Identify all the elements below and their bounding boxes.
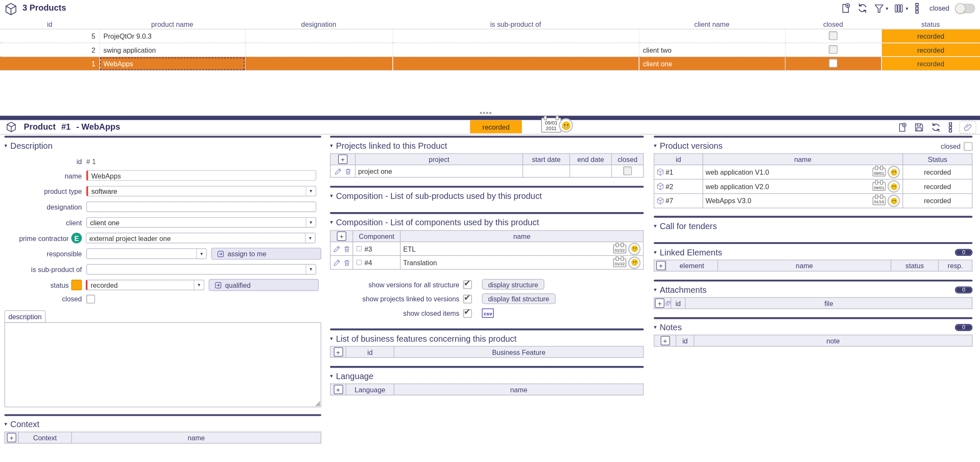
assign-to-me-button[interactable]: assign to me xyxy=(211,248,321,260)
col-header-sub-product[interactable]: is sub-product of xyxy=(392,20,639,29)
calendar-icon[interactable]: 01/15 xyxy=(873,196,886,205)
cell-project[interactable]: project one xyxy=(355,165,523,177)
mood-smiley-icon[interactable] xyxy=(628,256,640,269)
add-context-button[interactable]: + xyxy=(7,433,16,442)
refresh-icon[interactable] xyxy=(857,3,868,14)
calendar-icon[interactable]: 09/01 xyxy=(873,182,886,191)
cell-component-id[interactable]: #3 xyxy=(364,245,372,252)
description-textarea[interactable] xyxy=(4,322,321,407)
calendar-icon[interactable]: 01/22 xyxy=(613,244,626,253)
collapse-icon[interactable]: ▾ xyxy=(330,143,333,149)
mood-smiley-icon[interactable] xyxy=(887,166,900,178)
closed-checkbox[interactable] xyxy=(623,166,632,175)
table-row[interactable]: #7 WebApps V3.0 01/15 recorded xyxy=(654,194,972,208)
filter-icon[interactable]: ▾ xyxy=(874,3,888,14)
calendar-icon[interactable]: 01/22 xyxy=(613,258,626,267)
collapse-icon[interactable]: ▾ xyxy=(330,374,333,379)
add-attachment-button[interactable]: + xyxy=(655,298,665,308)
collapse-icon[interactable]: ▾ xyxy=(4,422,7,427)
collapse-icon[interactable]: ▾ xyxy=(330,193,333,199)
cell-version-id[interactable]: #7 xyxy=(666,197,673,205)
add-project-link-button[interactable]: + xyxy=(338,155,347,164)
resize-handle[interactable] xyxy=(315,401,320,406)
prime-contractor-select[interactable]: external project leader one ▾ xyxy=(86,233,316,244)
cell-component-id[interactable]: #4 xyxy=(364,259,372,266)
closed-checkbox[interactable] xyxy=(829,45,838,54)
link-icon[interactable] xyxy=(665,300,671,306)
columns-icon[interactable]: ▾ xyxy=(894,3,908,14)
cell-sub-product[interactable] xyxy=(392,43,639,57)
collapse-icon[interactable]: ▾ xyxy=(654,223,657,229)
cell-product-name[interactable]: WebApps xyxy=(99,57,245,70)
show-closed-checkbox[interactable] xyxy=(463,309,472,317)
mood-smiley-icon[interactable] xyxy=(887,180,900,193)
cell-component-name[interactable]: ETL xyxy=(403,245,611,252)
cell-product-name[interactable]: swing application xyxy=(99,43,245,57)
col-header-client-name[interactable]: client name xyxy=(639,20,785,29)
attachment-dropzone[interactable] xyxy=(959,121,976,134)
display-structure-button[interactable]: display structure xyxy=(482,279,544,289)
edit-icon[interactable] xyxy=(333,259,341,266)
closed-checkbox[interactable] xyxy=(829,59,838,68)
avatar[interactable]: E xyxy=(71,233,82,244)
responsible-select[interactable]: ▾ xyxy=(86,248,207,259)
col-header-closed[interactable]: closed xyxy=(785,20,881,29)
cell-id[interactable]: 5 xyxy=(0,29,99,43)
add-note-button[interactable]: + xyxy=(660,336,670,345)
cell-version-name[interactable]: WebApps V3.0 xyxy=(706,197,871,205)
refresh-icon[interactable] xyxy=(931,122,941,133)
qualified-button[interactable]: qualified xyxy=(209,279,319,291)
delete-icon[interactable] xyxy=(344,167,352,175)
collapse-icon[interactable]: ▾ xyxy=(654,143,657,149)
col-header-status[interactable]: status xyxy=(881,20,980,29)
display-flat-structure-button[interactable]: display flat structure xyxy=(482,293,555,304)
cell-version-id[interactable]: #1 xyxy=(666,168,673,176)
closed-checkbox[interactable] xyxy=(829,31,838,40)
save-icon[interactable] xyxy=(914,122,924,133)
cell-designation[interactable] xyxy=(245,57,392,70)
mood-smiley-icon[interactable] xyxy=(628,242,640,255)
cell-component-name[interactable]: Translation xyxy=(403,259,611,266)
cell-client[interactable] xyxy=(639,29,785,43)
more-menu-icon[interactable] xyxy=(914,3,920,14)
cell-version-name[interactable]: web application V2.0 xyxy=(706,183,871,190)
table-row[interactable]: #2 web application V2.0 09/01 recorded xyxy=(654,179,972,194)
tab-description[interactable]: description xyxy=(4,310,45,323)
mood-smiley-icon[interactable] xyxy=(559,118,573,133)
add-business-feature-button[interactable]: + xyxy=(333,347,343,357)
cell-sub-product[interactable] xyxy=(392,29,639,43)
status-date-calendar-icon[interactable]: 09/01 2011 xyxy=(541,118,561,133)
cell-sub-product[interactable] xyxy=(392,57,639,70)
cell-id[interactable]: 1 xyxy=(0,57,99,70)
col-header-designation[interactable]: designation xyxy=(245,20,392,29)
closed-checkbox[interactable] xyxy=(86,295,95,303)
add-language-button[interactable]: + xyxy=(333,385,343,394)
collapse-icon[interactable]: ▾ xyxy=(330,336,333,341)
delete-icon[interactable] xyxy=(343,245,350,252)
cell-designation[interactable] xyxy=(245,43,392,57)
name-field[interactable]: WebApps xyxy=(86,170,316,181)
cell-designation[interactable] xyxy=(245,29,392,43)
collapse-icon[interactable]: ▾ xyxy=(330,220,333,225)
collapse-icon[interactable]: ▾ xyxy=(654,249,657,255)
designation-field[interactable] xyxy=(86,201,316,212)
cell-version-id[interactable]: #2 xyxy=(666,183,673,190)
collapse-icon[interactable]: ▾ xyxy=(4,143,7,149)
cell-client[interactable]: client two xyxy=(639,43,785,57)
panel-resize-grip[interactable] xyxy=(480,112,491,113)
product-type-select[interactable]: software ▾ xyxy=(86,186,316,196)
show-projects-checkbox[interactable] xyxy=(463,295,472,303)
status-select[interactable]: recorded ▾ xyxy=(86,280,205,290)
more-menu-icon[interactable] xyxy=(947,122,953,133)
delete-icon[interactable] xyxy=(343,259,350,266)
edit-icon[interactable] xyxy=(334,167,342,175)
table-row[interactable]: #1 web application V1.0 09/01 recorded xyxy=(654,165,972,179)
cell-product-name[interactable]: ProjeQtOr 9.0.3 xyxy=(99,29,245,43)
edit-icon[interactable] xyxy=(333,245,341,252)
table-row-selected[interactable]: 1 WebApps client one recorded xyxy=(0,57,980,70)
add-component-button[interactable]: + xyxy=(337,232,346,241)
mood-smiley-icon[interactable] xyxy=(887,195,900,207)
add-product-icon[interactable] xyxy=(840,3,851,14)
cell-id[interactable]: 2 xyxy=(0,43,99,57)
cell-client[interactable]: client one xyxy=(639,57,785,70)
